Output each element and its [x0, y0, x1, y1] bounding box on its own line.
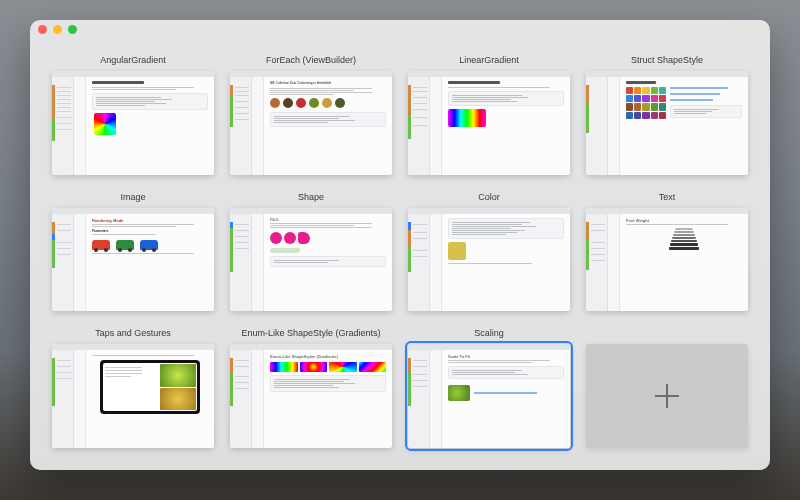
circle-icon [322, 98, 332, 108]
tab-title: Shape [298, 193, 324, 203]
tab-title: Color [478, 193, 500, 203]
tab-title: Text [659, 193, 676, 203]
car-row [92, 240, 208, 250]
circle-icon [283, 98, 293, 108]
tab-cell-scaling[interactable]: Scaling Scale To Fit [408, 329, 570, 448]
circle-icon [296, 98, 306, 108]
fruit-image [160, 364, 196, 386]
circle-icon [270, 232, 282, 244]
circle-icon [309, 98, 319, 108]
tab-thumbnail: Enum-Like ShapeStyles (Gradients) [230, 344, 392, 448]
tab-thumbnail: NB: Collection Data Conforming to Identi… [230, 71, 392, 175]
tab-cell-shapestyle[interactable]: Struct ShapeStyle [586, 56, 748, 175]
car-icon [116, 240, 134, 250]
tab-cell-image[interactable]: Image Rendering Mode Parameters [52, 193, 214, 312]
tab-cell-foreach[interactable]: ForEach (ViewBuilder) NB: Collection Dat… [230, 56, 392, 175]
foreach-circles [270, 98, 386, 108]
tab-cell-taps[interactable]: Taps and Gestures [52, 329, 214, 448]
car-icon [140, 240, 158, 250]
circle-icon [298, 232, 310, 244]
circle-icon [284, 232, 296, 244]
color-chip [270, 248, 300, 253]
traffic-lights [38, 25, 77, 34]
tab-cell-enumlike[interactable]: Enum-Like ShapeStyle (Gradients) Enum-Li… [230, 329, 392, 448]
section-heading: Scale To Fit [448, 354, 564, 359]
tab-title: AngularGradient [100, 56, 166, 66]
shapestyle-swatches [626, 87, 666, 119]
tab-title [666, 329, 669, 339]
minimize-icon[interactable] [53, 25, 62, 34]
tab-thumbnail [52, 71, 214, 175]
tab-thumbnail: FILLS [230, 208, 392, 312]
tab-title: Taps and Gestures [95, 329, 171, 339]
scaled-image-preview [448, 385, 470, 401]
linear-gradient-swatch [448, 109, 486, 127]
tab-title: LinearGradient [459, 56, 519, 66]
section-heading: Rendering Mode [92, 218, 208, 223]
plus-icon [655, 384, 679, 408]
tab-thumbnail: Rendering Mode Parameters [52, 208, 214, 312]
tab-title: ForEach (ViewBuilder) [266, 56, 356, 66]
section-heading: Font Weight [626, 218, 742, 223]
tab-cell-color[interactable]: Color [408, 193, 570, 312]
tab-thumbnail [52, 344, 214, 448]
tab-title: Enum-Like ShapeStyle (Gradients) [241, 329, 380, 339]
tab-thumbnail [408, 208, 570, 312]
shape-examples [270, 232, 386, 244]
tab-overview-window: AngularGradient [30, 20, 770, 470]
tab-thumbnail [408, 71, 570, 175]
circle-icon [270, 98, 280, 108]
angular-gradient-swatch [94, 113, 116, 135]
add-tab-tile[interactable] [586, 344, 748, 448]
tab-grid: AngularGradient [30, 38, 770, 470]
tab-thumbnail [586, 71, 748, 175]
font-weight-stack [664, 228, 704, 250]
tab-thumbnail: Scale To Fit [408, 344, 570, 448]
close-icon[interactable] [38, 25, 47, 34]
tab-cell-angulargradient[interactable]: AngularGradient [52, 56, 214, 175]
color-swatch [448, 242, 466, 260]
car-icon [92, 240, 110, 250]
section-heading: Enum-Like ShapeStyles (Gradients) [270, 354, 386, 359]
ipad-preview [100, 360, 200, 414]
tab-cell-text[interactable]: Text Font Weight [586, 193, 748, 312]
tab-title: Image [120, 193, 145, 203]
fruit-image [160, 388, 196, 410]
titlebar [30, 20, 770, 38]
tab-cell-lineargradient[interactable]: LinearGradient [408, 56, 570, 175]
new-tab-button[interactable] [586, 329, 748, 448]
tab-cell-shape[interactable]: Shape FILLS [230, 193, 392, 312]
tab-title: Struct ShapeStyle [631, 56, 703, 66]
tab-title: Scaling [474, 329, 504, 339]
zoom-icon[interactable] [68, 25, 77, 34]
tab-thumbnail: Font Weight [586, 208, 748, 312]
circle-icon [335, 98, 345, 108]
gradient-samples [270, 362, 386, 372]
